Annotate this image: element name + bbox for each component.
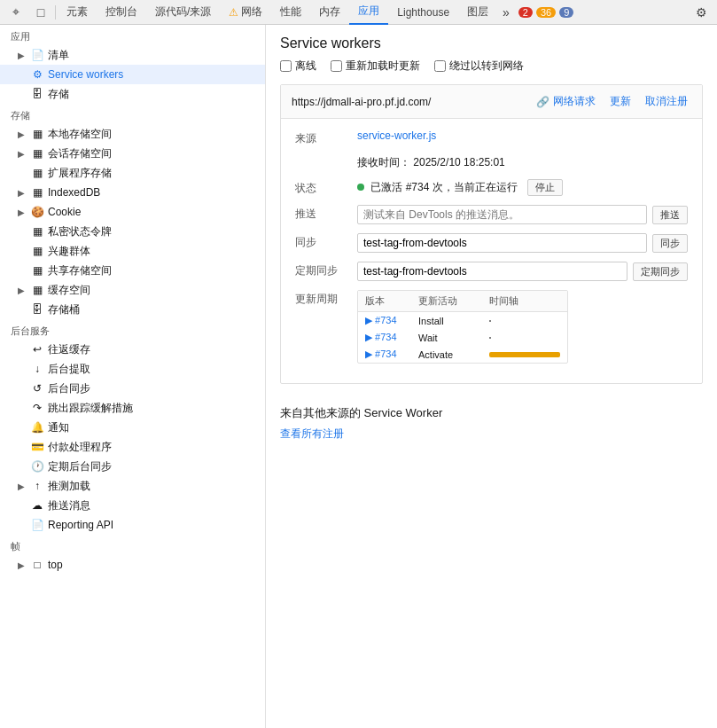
status-dot — [357, 184, 364, 191]
section-storage-label: 存储 — [0, 104, 265, 124]
unregister-btn[interactable]: 取消注册 — [642, 92, 691, 111]
tab-sources[interactable]: 源代码/来源 — [146, 0, 220, 25]
push-row: 推送 推送 — [295, 205, 688, 224]
sync-button[interactable]: 同步 — [652, 234, 688, 253]
tab-memory[interactable]: 内存 — [310, 0, 349, 25]
expand-indexeddb: ▶ — [18, 188, 30, 198]
tab-performance[interactable]: 性能 — [271, 0, 310, 25]
sidebar-item-ext-storage[interactable]: ▦ 扩展程序存储 — [0, 163, 265, 183]
offline-checkbox[interactable] — [280, 60, 292, 72]
period-sync-input[interactable] — [357, 262, 627, 281]
sidebar-item-push-messaging[interactable]: ☁ 推送消息 — [0, 496, 265, 515]
section-frame-label: 帧 — [0, 535, 265, 555]
expand-cookie: ▶ — [18, 207, 30, 217]
version-wait[interactable]: ▶ #734 — [365, 332, 418, 343]
page-title: Service workers — [266, 25, 717, 59]
more-tabs-icon[interactable]: » — [497, 5, 515, 20]
status-value: 已激活 #734 次，当前正在运行 停止 — [357, 179, 688, 196]
period-sync-button[interactable]: 定期同步 — [633, 262, 688, 281]
periodic-sync-icon: 🕐 — [30, 459, 44, 474]
version-install[interactable]: ▶ #734 — [365, 315, 418, 326]
filter-row: 离线 重新加载时更新 绕过以转到网络 — [266, 59, 717, 84]
expand-arrow-manifest: ▶ — [18, 51, 30, 60]
sidebar-item-interest-group[interactable]: ▦ 兴趣群体 — [0, 241, 265, 261]
sync-input-row: 同步 — [357, 233, 688, 253]
sync-row: 同步 同步 — [295, 233, 688, 253]
update-btn[interactable]: 更新 — [606, 92, 635, 111]
sidebar-item-background-fetch[interactable]: ↓ 后台提取 — [0, 359, 265, 379]
tab-elements[interactable]: 元素 — [58, 0, 97, 25]
sw-card: https://jdmall-ai-pro.pf.jd.com/ 🔗 网络请求 … — [280, 84, 703, 384]
sidebar-item-top-frame[interactable]: ▶ □ top — [0, 555, 265, 575]
network-request-btn[interactable]: 🔗 网络请求 — [533, 92, 599, 111]
sidebar-item-local-storage[interactable]: ▶ ▦ 本地存储空间 — [0, 124, 265, 144]
cookie-icon: 🍪 — [30, 205, 44, 219]
col-activity-header: 更新活动 — [418, 294, 489, 308]
bounce-tracking-icon: ↷ — [30, 401, 44, 415]
stop-button[interactable]: 停止 — [527, 179, 563, 196]
sidebar-item-cache-storage[interactable]: ▶ ▦ 缓存空间 — [0, 280, 265, 300]
push-input[interactable] — [357, 205, 647, 224]
toolbar-right: ⚙ — [689, 0, 713, 25]
cursor-icon[interactable]: ⌖ — [4, 0, 28, 25]
sidebar-item-cookie[interactable]: ▶ 🍪 Cookie — [0, 202, 265, 222]
section-backend-label: 后台服务 — [0, 319, 265, 340]
sidebar-item-session-storage[interactable]: ▶ ▦ 会话存储空间 — [0, 144, 265, 163]
source-value: service-worker.js — [357, 129, 688, 142]
sidebar-item-notifications[interactable]: 🔔 通知 — [0, 418, 265, 437]
sidebar-item-periodic-sync[interactable]: 🕐 定期后台同步 — [0, 457, 265, 476]
version-activate[interactable]: ▶ #734 — [365, 348, 418, 360]
expand-cache-storage: ▶ — [18, 286, 30, 295]
received-row: 接收时间： 2025/2/10 18:25:01 — [295, 155, 688, 170]
view-all-registrations-link[interactable]: 查看所有注册 — [280, 427, 344, 440]
sidebar-item-service-workers[interactable]: ⚙ Service workers — [0, 65, 265, 84]
tab-layers[interactable]: 图层 — [458, 0, 497, 25]
indexeddb-icon: ▦ — [30, 185, 44, 200]
filter-offline[interactable]: 离线 — [280, 59, 316, 74]
toolbar-separator — [55, 5, 56, 20]
bypass-network-checkbox[interactable] — [434, 60, 446, 72]
update-period-row: 更新周期 版本 更新活动 时间轴 ▶ #734 Install — [295, 290, 688, 364]
inspect-icon[interactable]: □ — [28, 0, 53, 25]
sidebar-item-shared-storage[interactable]: ▦ 共享存储空间 — [0, 261, 265, 280]
timeline-dot-wait — [489, 337, 491, 339]
tab-application[interactable]: 应用 — [349, 0, 388, 25]
filter-bypass-network[interactable]: 绕过以转到网络 — [434, 59, 524, 74]
sidebar-item-bounce-tracking[interactable]: ↷ 跳出跟踪缓解措施 — [0, 398, 265, 418]
sidebar-item-reporting-api[interactable]: 📄 Reporting API — [0, 515, 265, 535]
activity-wait: Wait — [418, 333, 489, 343]
source-file-link[interactable]: service-worker.js — [357, 129, 436, 142]
tab-lighthouse[interactable]: Lighthouse — [388, 0, 458, 25]
badge-group: 2 36 9 — [518, 7, 574, 18]
push-button[interactable]: 推送 — [652, 206, 688, 224]
activity-activate: Activate — [418, 349, 489, 360]
sidebar-item-private-token[interactable]: ▦ 私密状态令牌 — [0, 222, 265, 241]
section-apply-label: 应用 — [0, 25, 265, 45]
sidebar-item-storage-bucket[interactable]: 🗄 存储桶 — [0, 300, 265, 319]
tab-network[interactable]: ⚠ 网络 — [220, 0, 271, 25]
sync-label: 同步 — [295, 233, 357, 250]
sidebar-item-background-sync[interactable]: ↺ 后台同步 — [0, 379, 265, 398]
period-sync-label: 定期同步 — [295, 262, 357, 278]
sidebar-item-back-forward-cache[interactable]: ↩ 往返缓存 — [0, 340, 265, 359]
sw-card-body: 来源 service-worker.js 接收时间： 2025/2/10 18:… — [281, 119, 702, 383]
tab-console[interactable]: 控制台 — [97, 0, 146, 25]
settings-icon[interactable]: ⚙ — [689, 0, 713, 25]
bg-sync-icon: ↺ — [30, 381, 44, 395]
sync-input[interactable] — [357, 233, 647, 253]
table-row: ▶ #734 Activate — [358, 346, 567, 363]
sidebar-item-payment-handler[interactable]: 💳 付款处理程序 — [0, 437, 265, 457]
filter-reload-update[interactable]: 重新加载时更新 — [331, 59, 420, 74]
period-sync-input-row: 定期同步 — [357, 262, 688, 281]
timeline-wait — [489, 337, 560, 339]
content-area: Service workers 离线 重新加载时更新 绕过以转到网络 https… — [266, 25, 717, 728]
sidebar-item-indexeddb[interactable]: ▶ ▦ IndexedDB — [0, 183, 265, 202]
reload-update-checkbox[interactable] — [331, 60, 342, 72]
update-table: 版本 更新活动 时间轴 ▶ #734 Install — [357, 290, 568, 364]
timeline-install — [489, 320, 560, 322]
sw-url: https://jdmall-ai-pro.pf.jd.com/ — [292, 96, 533, 108]
sidebar-item-storage-apply[interactable]: 🗄 存储 — [0, 84, 265, 104]
sidebar-item-manifest[interactable]: ▶ 📄 清单 — [0, 45, 265, 65]
sidebar-item-speculative-loads[interactable]: ▶ ↑ 推测加载 — [0, 476, 265, 496]
network-request-icon: 🔗 — [536, 96, 549, 108]
